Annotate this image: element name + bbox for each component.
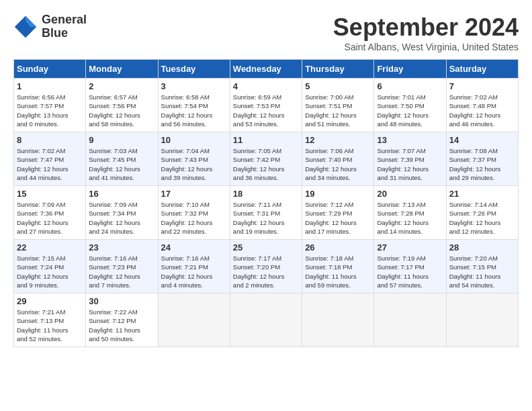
day-info: Sunrise: 7:09 AM Sunset: 7:34 PM Dayligh… xyxy=(89,200,154,236)
calendar-cell: 3Sunrise: 6:58 AM Sunset: 7:54 PM Daylig… xyxy=(158,79,230,132)
day-number: 14 xyxy=(449,135,515,145)
day-number: 17 xyxy=(161,189,227,199)
calendar-cell: 27Sunrise: 7:19 AM Sunset: 7:17 PM Dayli… xyxy=(374,240,446,293)
calendar-table: SundayMondayTuesdayWednesdayThursdayFrid… xyxy=(13,59,519,347)
day-info: Sunrise: 7:08 AM Sunset: 7:37 PM Dayligh… xyxy=(449,146,515,182)
day-info: Sunrise: 7:19 AM Sunset: 7:17 PM Dayligh… xyxy=(377,254,443,289)
calendar-cell: 13Sunrise: 7:07 AM Sunset: 7:39 PM Dayli… xyxy=(374,132,446,186)
day-info: Sunrise: 7:00 AM Sunset: 7:51 PM Dayligh… xyxy=(305,93,371,128)
day-info: Sunrise: 7:22 AM Sunset: 7:12 PM Dayligh… xyxy=(89,308,154,343)
day-info: Sunrise: 7:07 AM Sunset: 7:39 PM Dayligh… xyxy=(377,146,443,182)
day-number: 18 xyxy=(233,189,299,199)
day-number: 27 xyxy=(377,242,443,253)
day-info: Sunrise: 7:02 AM Sunset: 7:47 PM Dayligh… xyxy=(17,146,83,182)
calendar-cell: 21Sunrise: 7:14 AM Sunset: 7:26 PM Dayli… xyxy=(446,186,518,240)
title-block: September 2024 Saint Albans, West Virgin… xyxy=(333,13,519,52)
logo-line2: Blue xyxy=(42,27,87,40)
day-number: 3 xyxy=(161,81,227,91)
weekday-header-sunday: Sunday xyxy=(14,60,86,79)
week-row-3: 15Sunrise: 7:09 AM Sunset: 7:36 PM Dayli… xyxy=(14,186,519,240)
day-info: Sunrise: 7:18 AM Sunset: 7:18 PM Dayligh… xyxy=(305,254,371,289)
day-info: Sunrise: 7:10 AM Sunset: 7:32 PM Dayligh… xyxy=(161,200,227,236)
day-info: Sunrise: 7:17 AM Sunset: 7:20 PM Dayligh… xyxy=(233,254,299,289)
calendar-cell: 26Sunrise: 7:18 AM Sunset: 7:18 PM Dayli… xyxy=(302,240,374,293)
calendar-cell: 22Sunrise: 7:15 AM Sunset: 7:24 PM Dayli… xyxy=(14,240,86,293)
week-row-1: 1Sunrise: 6:56 AM Sunset: 7:57 PM Daylig… xyxy=(14,79,519,132)
weekday-header-thursday: Thursday xyxy=(302,60,374,79)
calendar-cell: 30Sunrise: 7:22 AM Sunset: 7:12 PM Dayli… xyxy=(86,293,158,347)
weekday-header-wednesday: Wednesday xyxy=(230,60,302,79)
calendar-cell: 1Sunrise: 6:56 AM Sunset: 7:57 PM Daylig… xyxy=(14,79,86,132)
day-number: 25 xyxy=(233,242,299,253)
day-info: Sunrise: 7:02 AM Sunset: 7:48 PM Dayligh… xyxy=(449,93,515,128)
weekday-header-tuesday: Tuesday xyxy=(158,60,230,79)
day-info: Sunrise: 7:04 AM Sunset: 7:43 PM Dayligh… xyxy=(161,146,227,182)
month-title: September 2024 xyxy=(333,13,519,42)
day-number: 12 xyxy=(305,135,371,145)
day-number: 29 xyxy=(17,296,83,306)
calendar-cell: 29Sunrise: 7:21 AM Sunset: 7:13 PM Dayli… xyxy=(14,293,86,347)
day-number: 13 xyxy=(377,135,443,145)
day-info: Sunrise: 6:58 AM Sunset: 7:54 PM Dayligh… xyxy=(161,93,227,128)
day-info: Sunrise: 7:21 AM Sunset: 7:13 PM Dayligh… xyxy=(17,308,83,343)
day-number: 20 xyxy=(377,189,443,199)
calendar-cell: 23Sunrise: 7:16 AM Sunset: 7:23 PM Dayli… xyxy=(86,240,158,293)
day-number: 10 xyxy=(161,135,227,145)
day-number: 30 xyxy=(89,296,154,306)
calendar-cell: 15Sunrise: 7:09 AM Sunset: 7:36 PM Dayli… xyxy=(14,186,86,240)
weekday-header-monday: Monday xyxy=(86,60,158,79)
calendar-cell: 4Sunrise: 6:59 AM Sunset: 7:53 PM Daylig… xyxy=(230,79,302,132)
day-info: Sunrise: 7:01 AM Sunset: 7:50 PM Dayligh… xyxy=(377,93,443,128)
day-info: Sunrise: 7:03 AM Sunset: 7:45 PM Dayligh… xyxy=(89,146,154,182)
day-info: Sunrise: 7:09 AM Sunset: 7:36 PM Dayligh… xyxy=(17,200,83,236)
calendar-cell: 14Sunrise: 7:08 AM Sunset: 7:37 PM Dayli… xyxy=(446,132,518,186)
calendar-cell: 16Sunrise: 7:09 AM Sunset: 7:34 PM Dayli… xyxy=(86,186,158,240)
day-number: 7 xyxy=(449,81,515,91)
day-number: 8 xyxy=(17,135,83,145)
day-number: 11 xyxy=(233,135,299,145)
day-info: Sunrise: 7:06 AM Sunset: 7:40 PM Dayligh… xyxy=(305,146,371,182)
calendar-cell: 25Sunrise: 7:17 AM Sunset: 7:20 PM Dayli… xyxy=(230,240,302,293)
week-row-2: 8Sunrise: 7:02 AM Sunset: 7:47 PM Daylig… xyxy=(14,132,519,186)
day-number: 2 xyxy=(89,81,154,91)
day-number: 24 xyxy=(161,242,227,253)
logo-line1: General xyxy=(42,13,87,27)
day-info: Sunrise: 6:57 AM Sunset: 7:56 PM Dayligh… xyxy=(89,93,154,128)
location: Saint Albans, West Virginia, United Stat… xyxy=(333,42,519,52)
day-number: 9 xyxy=(89,135,154,145)
calendar-cell: 7Sunrise: 7:02 AM Sunset: 7:48 PM Daylig… xyxy=(446,79,518,132)
week-row-5: 29Sunrise: 7:21 AM Sunset: 7:13 PM Dayli… xyxy=(14,293,519,347)
calendar-cell: 9Sunrise: 7:03 AM Sunset: 7:45 PM Daylig… xyxy=(86,132,158,186)
weekday-header-saturday: Saturday xyxy=(446,60,518,79)
calendar-cell xyxy=(158,293,230,347)
calendar-cell xyxy=(374,293,446,347)
day-info: Sunrise: 7:05 AM Sunset: 7:42 PM Dayligh… xyxy=(233,146,299,182)
day-info: Sunrise: 7:12 AM Sunset: 7:29 PM Dayligh… xyxy=(305,200,371,236)
day-number: 23 xyxy=(89,242,154,253)
weekday-header-friday: Friday xyxy=(374,60,446,79)
day-info: Sunrise: 7:20 AM Sunset: 7:15 PM Dayligh… xyxy=(449,254,515,289)
calendar-cell: 24Sunrise: 7:16 AM Sunset: 7:21 PM Dayli… xyxy=(158,240,230,293)
calendar-cell: 5Sunrise: 7:00 AM Sunset: 7:51 PM Daylig… xyxy=(302,79,374,132)
day-number: 28 xyxy=(449,242,515,253)
weekday-header-row: SundayMondayTuesdayWednesdayThursdayFrid… xyxy=(14,60,519,79)
day-number: 5 xyxy=(305,81,371,91)
day-info: Sunrise: 7:11 AM Sunset: 7:31 PM Dayligh… xyxy=(233,200,299,236)
calendar-cell: 10Sunrise: 7:04 AM Sunset: 7:43 PM Dayli… xyxy=(158,132,230,186)
day-info: Sunrise: 7:15 AM Sunset: 7:24 PM Dayligh… xyxy=(17,254,83,289)
day-info: Sunrise: 7:13 AM Sunset: 7:28 PM Dayligh… xyxy=(377,200,443,236)
calendar-cell: 28Sunrise: 7:20 AM Sunset: 7:15 PM Dayli… xyxy=(446,240,518,293)
calendar-cell: 18Sunrise: 7:11 AM Sunset: 7:31 PM Dayli… xyxy=(230,186,302,240)
day-number: 15 xyxy=(17,189,83,199)
day-number: 19 xyxy=(305,189,371,199)
calendar-cell: 6Sunrise: 7:01 AM Sunset: 7:50 PM Daylig… xyxy=(374,79,446,132)
day-info: Sunrise: 7:16 AM Sunset: 7:21 PM Dayligh… xyxy=(161,254,227,289)
day-number: 21 xyxy=(449,189,515,199)
week-row-4: 22Sunrise: 7:15 AM Sunset: 7:24 PM Dayli… xyxy=(14,240,519,293)
calendar-cell: 12Sunrise: 7:06 AM Sunset: 7:40 PM Dayli… xyxy=(302,132,374,186)
calendar-cell xyxy=(230,293,302,347)
calendar-cell xyxy=(302,293,374,347)
day-number: 16 xyxy=(89,189,154,199)
logo: General Blue xyxy=(13,13,87,40)
day-info: Sunrise: 7:16 AM Sunset: 7:23 PM Dayligh… xyxy=(89,254,154,289)
